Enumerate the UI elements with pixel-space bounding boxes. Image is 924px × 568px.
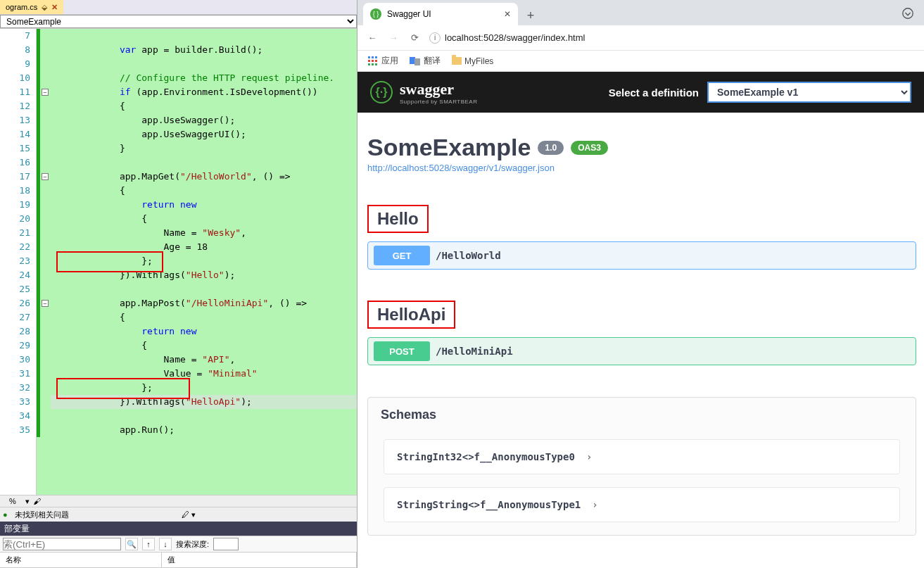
fold-toggle[interactable]: − — [42, 89, 49, 96]
svg-rect-6 — [375, 60, 377, 62]
schema-item[interactable]: StringInt32<>f__AnonymousType0› — [384, 439, 900, 474]
code-line[interactable]: app.UseSwagger(); — [51, 113, 357, 127]
operation-path: /HelloWorld — [436, 250, 501, 261]
apps-shortcut[interactable]: 应用 — [367, 55, 398, 67]
myfiles-shortcut[interactable]: MyFiles — [452, 56, 493, 66]
locals-search-input[interactable] — [3, 538, 121, 550]
code-line[interactable] — [51, 282, 357, 296]
issues-text: 未找到相关问题 — [15, 510, 69, 520]
url-field[interactable]: i localhost:5028/swagger/index.html — [429, 32, 916, 44]
chevron-right-icon: › — [592, 499, 597, 510]
close-icon[interactable]: ✕ — [51, 3, 58, 12]
oas-badge: OAS3 — [571, 141, 608, 155]
page-content[interactable]: {·} swagger Supported by SMARTBEAR Selec… — [357, 72, 924, 568]
browser-tab[interactable]: { } Swagger UI ✕ — [363, 3, 518, 25]
code-line[interactable]: { — [51, 184, 357, 198]
code-line[interactable] — [51, 409, 357, 423]
browser-tab-title: Swagger UI — [387, 9, 431, 19]
code-line[interactable]: { — [51, 99, 357, 113]
vs-editor-pane: ogram.cs ⬙ ✕ SomeExample 789101112131415… — [0, 0, 357, 568]
schemas-section: Schemas StringInt32<>f__AnonymousType0›S… — [367, 397, 916, 536]
spec-url-link[interactable]: http://localhost:5028/swagger/v1/swagger… — [367, 163, 555, 173]
search-depth-label: 搜索深度: — [176, 539, 209, 550]
svg-rect-2 — [372, 56, 374, 58]
tag-header[interactable]: Hello — [367, 205, 924, 233]
col-value[interactable]: 值 — [162, 553, 357, 567]
arrow-down-icon[interactable]: ↓ — [159, 538, 172, 550]
schema-item[interactable]: StringString<>f__AnonymousType1› — [384, 487, 900, 522]
brush-icon[interactable]: 🖌 — [30, 497, 44, 505]
document-tabstrip: ogram.cs ⬙ ✕ — [0, 0, 357, 14]
code-line[interactable]: var app = builder.Build(); — [51, 43, 357, 57]
url-text: localhost:5028/swagger/index.html — [445, 32, 585, 43]
svg-rect-9 — [375, 63, 377, 65]
code-line[interactable]: app.MapPost("/HelloMiniApi", () => — [51, 296, 357, 310]
operation-row[interactable]: GET/HelloWorld — [367, 241, 916, 270]
apps-icon — [367, 56, 379, 67]
code-line[interactable]: Age = 18 — [51, 240, 357, 254]
code-line[interactable]: } — [51, 141, 357, 156]
panel-title: 部变量 — [4, 523, 30, 535]
code-line[interactable]: if (app.Environment.IsDevelopment()) — [51, 85, 357, 99]
locals-panel-header[interactable]: 部变量 — [0, 522, 357, 536]
code-line[interactable] — [51, 156, 357, 170]
back-button[interactable]: ← — [366, 32, 379, 44]
svg-point-0 — [903, 8, 913, 18]
code-line[interactable]: }; — [51, 381, 357, 395]
tag-header[interactable]: HelloApi — [367, 301, 924, 329]
code-line[interactable]: }; — [51, 254, 357, 268]
operation-path: /HelloMiniApi — [436, 346, 513, 357]
brush2-icon[interactable]: 🖊 ▾ — [182, 510, 196, 519]
folder-icon — [452, 57, 462, 65]
code-line[interactable]: return new — [51, 198, 357, 212]
code-line[interactable]: { — [51, 310, 357, 324]
file-tab-program[interactable]: ogram.cs ⬙ ✕ — [0, 0, 63, 14]
search-icon[interactable]: 🔍 — [125, 538, 138, 550]
info-icon[interactable]: i — [429, 32, 441, 44]
code-navbar: SomeExample — [0, 14, 357, 29]
code-area[interactable]: var app = builder.Build(); // Configure … — [51, 29, 357, 495]
arrow-up-icon[interactable]: ↑ — [142, 538, 155, 550]
definition-dropdown[interactable]: SomeExample v1 — [707, 82, 911, 103]
code-line[interactable]: Name = "API", — [51, 353, 357, 367]
fold-column: −−− — [41, 29, 51, 495]
search-depth-input[interactable] — [213, 538, 239, 550]
fold-toggle[interactable]: − — [42, 173, 49, 180]
col-name[interactable]: 名称 — [0, 553, 162, 567]
chevron-right-icon: › — [586, 451, 592, 462]
namespace-dropdown[interactable]: SomeExample — [0, 15, 357, 28]
code-editor[interactable]: 7891011121314151617181920212223242526272… — [0, 29, 357, 495]
translate-shortcut[interactable]: 翻译 — [410, 55, 441, 67]
code-line[interactable]: app.UseSwaggerUI(); — [51, 127, 357, 141]
pin-icon[interactable]: ⬙ — [42, 3, 47, 12]
svg-rect-4 — [368, 60, 370, 62]
code-line[interactable]: app.Run(); — [51, 423, 357, 437]
svg-rect-3 — [375, 56, 377, 58]
code-line[interactable]: { — [51, 212, 357, 226]
code-line[interactable]: app.MapGet("/HelloWorld", () => — [51, 170, 357, 184]
zoom-level[interactable]: % — [0, 497, 25, 505]
horizontal-scrollbar[interactable]: % ▾ 🖌 — [0, 495, 357, 507]
code-line[interactable]: }).WithTags("HelloApi"); — [51, 395, 357, 409]
close-icon[interactable]: ✕ — [504, 9, 511, 19]
code-line[interactable]: { — [51, 339, 357, 353]
code-line[interactable]: }).WithTags("Hello"); — [51, 268, 357, 282]
definition-selector: Select a definition SomeExample v1 — [609, 82, 911, 103]
locals-columns-header: 名称 值 — [0, 553, 357, 568]
reload-button[interactable]: ⟳ — [408, 32, 421, 44]
operation-row[interactable]: POST/HelloMiniApi — [367, 337, 916, 365]
schemas-header[interactable]: Schemas — [368, 398, 916, 432]
chevron-down-icon[interactable] — [901, 7, 914, 20]
forward-button[interactable]: → — [387, 32, 400, 44]
code-line[interactable] — [51, 29, 357, 43]
fold-toggle[interactable]: − — [42, 300, 49, 307]
address-bar: ← → ⟳ i localhost:5028/swagger/index.htm… — [357, 25, 924, 51]
code-line[interactable]: return new — [51, 324, 357, 339]
code-line[interactable]: // Configure the HTTP request pipeline. — [51, 71, 357, 85]
code-line[interactable]: Name = "Wesky", — [51, 226, 357, 240]
code-line[interactable]: Value = "Minimal" — [51, 367, 357, 381]
error-list-bar[interactable]: ● 未找到相关问题 🖊 ▾ — [0, 507, 357, 522]
new-tab-button[interactable]: + — [521, 6, 540, 25]
code-line[interactable] — [51, 57, 357, 71]
svg-rect-11 — [414, 58, 420, 65]
